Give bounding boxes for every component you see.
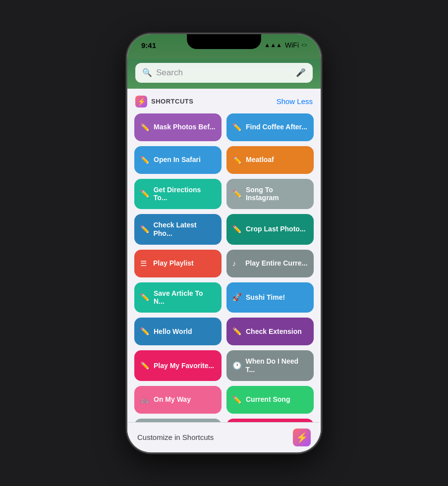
shortcut-label: Mask Photos Bef...	[154, 123, 215, 131]
shortcut-icon: 🚲	[140, 395, 150, 404]
shortcut-icon: ☰	[140, 259, 149, 268]
shortcut-icon: ✏️	[140, 156, 150, 164]
shortcut-label: Open In Safari	[154, 156, 201, 164]
search-placeholder: Search	[156, 68, 292, 78]
shortcuts-grid: ✏️Mask Photos Bef...✏️Find Coffee After.…	[127, 111, 321, 452]
shortcut-label: Check Extension	[246, 327, 302, 336]
shortcut-label: On My Way	[154, 395, 191, 404]
shortcut-icon: ✏️	[140, 293, 150, 302]
wifi-icon: WiFi	[285, 41, 299, 49]
shortcut-button[interactable]: ☰Play Playlist	[134, 250, 222, 277]
shortcut-button[interactable]: ✏️Find Coffee After...	[226, 113, 314, 141]
signal-icon: ▲▲▲	[264, 42, 282, 49]
section-header: ⚡ SHORTCUTS Show Less	[127, 89, 321, 111]
shortcut-icon: 🕐	[232, 361, 241, 370]
section-label: SHORTCUTS	[151, 98, 193, 105]
footer-label: Customize in Shortcuts	[137, 433, 214, 441]
phone-frame: 9:41 ▲▲▲ WiFi 🔍 Search 🎤 ⚡ SHORTCUTS	[127, 34, 321, 452]
show-less-button[interactable]: Show Less	[277, 97, 313, 106]
shortcut-button[interactable]: ✏️Play My Favorite...	[134, 350, 222, 381]
shortcut-label: Current Song	[246, 395, 290, 404]
shortcut-icon: ✏️	[232, 225, 242, 234]
shortcut-icon: ✏️	[140, 361, 150, 370]
shortcut-button[interactable]: ✏️Hello World	[134, 318, 222, 345]
shortcut-button[interactable]: 🚲On My Way	[134, 386, 222, 414]
screen: 9:41 ▲▲▲ WiFi 🔍 Search 🎤 ⚡ SHORTCUTS	[127, 34, 321, 452]
search-bar[interactable]: 🔍 Search 🎤	[135, 63, 313, 83]
search-icon: 🔍	[142, 68, 152, 77]
shortcut-label: Crop Last Photo...	[246, 225, 306, 233]
shortcut-button[interactable]: ✏️Save Article To N...	[134, 282, 222, 313]
shortcut-label: Play Playlist	[153, 259, 194, 268]
shortcut-label: Meatloaf	[246, 156, 274, 164]
shortcut-icon: ✏️	[232, 395, 242, 404]
shortcut-icon: ✏️	[232, 327, 242, 336]
status-icons: ▲▲▲ WiFi	[264, 41, 307, 49]
shortcut-button[interactable]: 🚀Sushi Time!	[226, 282, 314, 313]
notch	[187, 34, 261, 49]
shortcut-label: Get Directions To...	[154, 186, 216, 203]
shortcut-icon: ✏️	[140, 123, 150, 132]
footer: Customize in Shortcuts ⚡	[127, 422, 321, 452]
shortcut-icon: ✏️	[232, 123, 242, 132]
shortcut-button[interactable]: ✏️Open In Safari	[134, 146, 222, 174]
shortcut-icon: ✏️	[140, 327, 150, 336]
shortcut-button[interactable]: ✏️Check Latest Pho...	[134, 214, 222, 245]
shortcut-icon: ✏️	[140, 225, 149, 234]
shortcut-label: Song To Instagram	[246, 186, 308, 203]
shortcut-icon: ✏️	[232, 189, 242, 198]
shortcut-button[interactable]: ✏️Song To Instagram	[226, 179, 314, 210]
search-bar-container: 🔍 Search 🎤	[127, 59, 321, 89]
shortcut-icon: ✏️	[140, 189, 150, 198]
shortcut-label: Play My Favorite...	[154, 362, 214, 370]
battery-icon	[302, 44, 307, 46]
shortcut-label: Check Latest Pho...	[153, 221, 216, 238]
mic-icon[interactable]: 🎤	[296, 68, 306, 77]
shortcut-label: When Do I Need T...	[245, 357, 308, 374]
shortcut-button[interactable]: ✏️Mask Photos Bef...	[134, 113, 222, 141]
status-time: 9:41	[141, 41, 156, 50]
main-content: ⚡ SHORTCUTS Show Less ✏️Mask Photos Bef.…	[127, 89, 321, 452]
shortcut-icon: 🚀	[232, 293, 242, 302]
shortcut-icon: ✏️	[232, 156, 242, 164]
shortcut-button[interactable]: ✏️Meatloaf	[226, 146, 314, 174]
shortcuts-icon: ⚡	[135, 96, 147, 108]
shortcut-label: Find Coffee After...	[246, 123, 307, 131]
shortcut-icon: ♪	[232, 259, 241, 268]
shortcut-label: Sushi Time!	[246, 293, 285, 302]
shortcut-button[interactable]: 🕐When Do I Need T...	[226, 350, 314, 381]
shortcut-button[interactable]: ✏️Check Extension	[226, 318, 314, 345]
shortcut-label: Save Article To N...	[154, 289, 216, 306]
shortcut-button[interactable]: ✏️Current Song	[226, 386, 314, 414]
shortcut-button[interactable]: ♪Play Entire Curre...	[226, 250, 314, 277]
shortcut-label: Hello World	[154, 327, 192, 336]
shortcuts-app-icon[interactable]: ⚡	[293, 429, 311, 446]
shortcut-button[interactable]: ✏️Crop Last Photo...	[226, 214, 314, 245]
shortcut-button[interactable]: ✏️Get Directions To...	[134, 179, 222, 210]
section-title-row: ⚡ SHORTCUTS	[135, 96, 193, 108]
shortcut-label: Play Entire Curre...	[245, 259, 307, 268]
